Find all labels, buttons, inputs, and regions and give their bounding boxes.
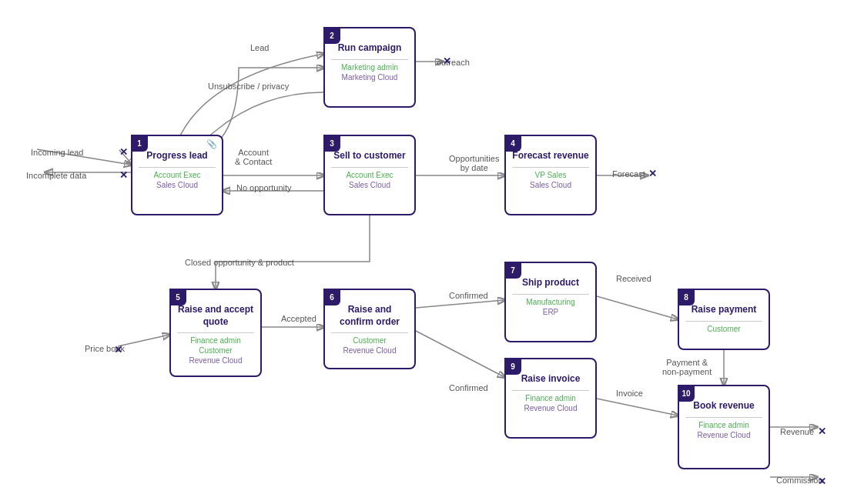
arrow-label-12: Received <box>616 274 651 283</box>
arrow-label-17: Commission <box>776 476 823 485</box>
x-mark-4: ✕ <box>114 344 122 355</box>
role-label: VP Sales <box>512 171 589 179</box>
svg-line-8 <box>118 335 169 346</box>
arrow-label-2: Lead <box>250 43 269 52</box>
num-badge-8: 8 <box>678 289 695 305</box>
cloud-label: Sales Cloud <box>331 181 408 189</box>
arrow-label-14: Invoice <box>616 389 643 398</box>
cloud-label: Sales Cloud <box>512 181 589 189</box>
num-badge-4: 4 <box>504 135 521 152</box>
arrow-label-15: Payment & non-payment <box>662 358 712 376</box>
node-title-1: Progress lead <box>139 150 216 162</box>
num-badge-1: 1 <box>131 135 148 152</box>
node-title-3: Sell to customer <box>331 150 408 162</box>
arrow-label-3: Unsubscribe / privacy <box>208 82 289 91</box>
process-box-3[interactable]: 3Sell to customerAccount ExecSales Cloud <box>323 135 416 215</box>
x-mark-6: ✕ <box>818 476 826 487</box>
x-mark-0: ✕ <box>119 146 128 158</box>
cloud-label: Revenue Cloud <box>685 431 762 439</box>
arrow-label-10: Accepted <box>281 314 316 323</box>
num-badge-9: 9 <box>504 358 521 375</box>
process-box-6[interactable]: 6Raise and confirm orderCustomerRevenue … <box>323 289 416 369</box>
num-badge-7: 7 <box>504 262 521 279</box>
process-box-1[interactable]: 1📎Progress leadAccount ExecSales Cloud <box>131 135 223 215</box>
process-box-7[interactable]: 7Ship productManufacturingERP <box>504 262 597 342</box>
svg-line-11 <box>597 399 678 416</box>
role-label: Customer <box>331 336 408 345</box>
canvas: 1📎Progress leadAccount ExecSales Cloud2R… <box>0 0 864 504</box>
cloud-label: ERP <box>512 308 589 316</box>
node-title-2: Run campaign <box>331 42 408 55</box>
x-mark-3: ✕ <box>648 168 657 179</box>
clip-icon: 📎 <box>206 139 217 149</box>
role-label: Account Exec <box>139 171 216 179</box>
num-badge-6: 6 <box>323 289 340 305</box>
arrow-label-1: Incomplete data <box>26 171 86 180</box>
process-box-5[interactable]: 5Raise and accept quoteFinance adminCust… <box>169 289 262 377</box>
cloud-label: Revenue Cloud <box>177 356 254 365</box>
num-badge-2: 2 <box>323 27 340 44</box>
x-mark-2: ✕ <box>443 55 451 67</box>
process-box-4[interactable]: 4Forecast revenueVP SalesSales Cloud <box>504 135 597 215</box>
arrow-label-16: Revenue <box>780 427 814 436</box>
role-label: Manufacturing <box>512 298 589 306</box>
cloud-label: Marketing Cloud <box>331 73 408 82</box>
arrow-label-8: outreach <box>437 58 470 67</box>
arrow-label-5: No opportunity <box>236 183 292 192</box>
node-title-7: Ship product <box>512 277 589 289</box>
arrow-label-11: Confirmed <box>449 291 488 300</box>
process-box-2[interactable]: 2Run campaignMarketing adminMarketing Cl… <box>323 27 416 108</box>
arrow-label-4: Account & Contact <box>235 148 272 166</box>
role-label: Customer <box>177 346 254 355</box>
process-box-10[interactable]: 10Book revenueFinance adminRevenue Cloud <box>678 385 770 469</box>
role-label: Finance admin <box>685 421 762 429</box>
role-label: Account Exec <box>331 171 408 179</box>
process-box-8[interactable]: 8Raise paymentCustomer <box>678 289 770 350</box>
process-box-9[interactable]: 9Raise invoiceFinance adminRevenue Cloud <box>504 358 597 439</box>
node-title-8: Raise payment <box>685 304 762 316</box>
node-title-5: Raise and accept quote <box>177 304 254 328</box>
arrow-label-7: Forecast <box>612 169 645 179</box>
node-title-9: Raise invoice <box>512 373 589 386</box>
num-badge-5: 5 <box>169 289 186 305</box>
num-badge-10: 10 <box>678 385 695 402</box>
arrow-label-6: Opportunities by date <box>449 154 499 172</box>
role-label: Finance admin <box>512 394 589 402</box>
arrow-label-0: Incoming lead <box>31 148 84 157</box>
node-title-10: Book revenue <box>685 400 762 412</box>
arrow-label-13: Confirmed <box>449 383 488 392</box>
node-title-4: Forecast revenue <box>512 150 589 162</box>
cloud-label: Sales Cloud <box>139 181 216 189</box>
arrow-label-9: Closed opportunity & product <box>185 258 294 267</box>
x-mark-1: ✕ <box>119 169 128 181</box>
svg-line-10 <box>597 296 678 319</box>
cloud-label: Revenue Cloud <box>331 346 408 355</box>
num-badge-3: 3 <box>323 135 340 152</box>
x-mark-5: ✕ <box>818 426 826 437</box>
node-title-6: Raise and confirm order <box>331 304 408 328</box>
cloud-label: Revenue Cloud <box>512 404 589 412</box>
role-label: Customer <box>685 325 762 333</box>
role-label: Marketing admin <box>331 63 408 72</box>
role-label: Finance admin <box>177 336 254 345</box>
